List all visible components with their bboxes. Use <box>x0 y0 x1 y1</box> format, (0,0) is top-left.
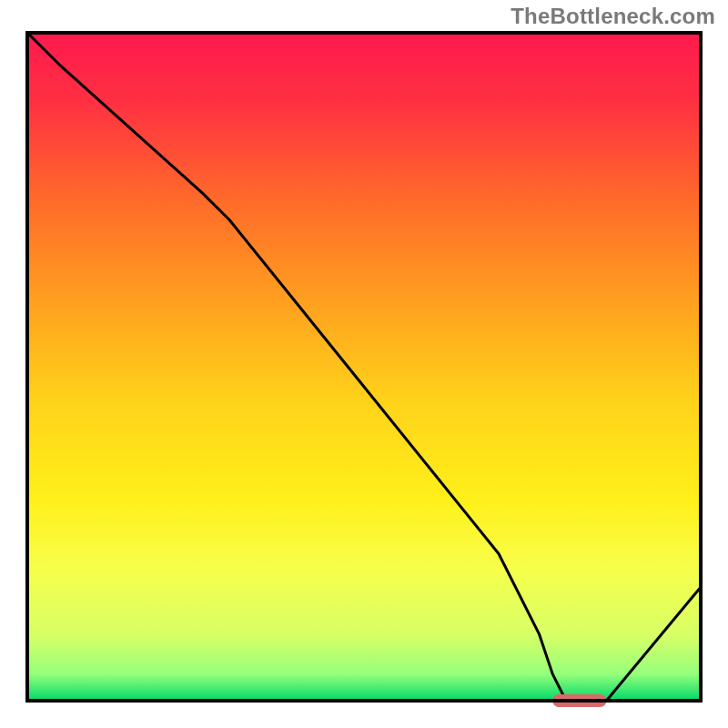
watermark-text: TheBottleneck.com <box>511 4 715 29</box>
chart-background <box>27 33 701 701</box>
chart-container: TheBottleneck.com <box>0 0 728 728</box>
bottleneck-chart <box>0 0 728 728</box>
